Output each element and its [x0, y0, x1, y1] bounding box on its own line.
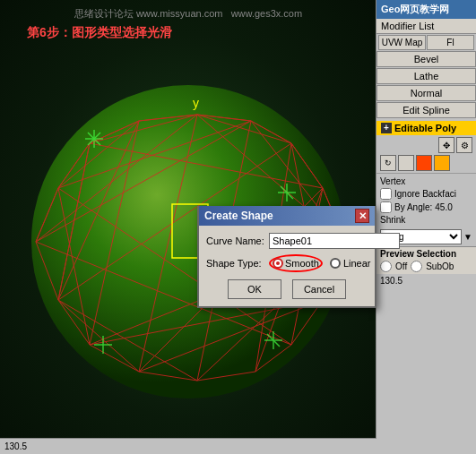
curve-name-input[interactable] [269, 233, 400, 249]
shape-type-label: Shape Type: [206, 258, 269, 269]
dialog-title: Create Shape [204, 210, 273, 222]
preview-title: Preview Selection [380, 249, 472, 259]
modifier-list-label: Modifier List [376, 19, 476, 34]
smooth-label[interactable]: Smooth [285, 258, 319, 269]
ignore-backfacing-row: Ignore Backfaci [380, 188, 472, 200]
preview-radio-row: Off SubOb [380, 261, 472, 272]
editable-poly-header: + Editable Poly [376, 121, 476, 135]
expand-icon: + [381, 123, 392, 133]
watermark: 思绪设计论坛 www.missyuan.com www.ges3x.com [74, 7, 302, 21]
ignore-backfacing-label: Ignore Backfaci [394, 189, 456, 199]
curve-name-row: Curve Name: [206, 233, 368, 249]
off-radio[interactable] [380, 261, 392, 272]
move-icon[interactable]: ✥ [438, 137, 454, 153]
dialog-body: Curve Name: Shape Type: Smooth [199, 226, 375, 306]
smooth-option-highlight: Smooth [269, 254, 323, 272]
linear-option[interactable]: Linear [330, 258, 371, 269]
by-angle-checkbox[interactable] [380, 201, 392, 213]
shrink-label: Shrink [380, 215, 472, 225]
ring-arrow: ▼ [463, 232, 472, 242]
ok-button[interactable]: OK [228, 279, 281, 299]
bottom-coord: 130.5 [376, 274, 476, 287]
icon-row: ✥ ⚙ [380, 137, 472, 153]
linear-text: Linear [343, 258, 371, 269]
smooth-radio-indicator [273, 258, 283, 269]
vertex-section: Vertex Ignore Backfaci By Angle: 45.0 Sh… [376, 173, 476, 227]
by-angle-label: By Angle: [394, 202, 432, 212]
rotate-icon[interactable]: ↻ [380, 155, 396, 171]
color-swatch-orange[interactable] [434, 155, 450, 171]
step-instruction: 第6步：图形类型选择光滑 [27, 25, 172, 41]
modifier-btn-row-1: UVW Map Fl [378, 35, 474, 50]
by-angle-value: 45.0 [435, 202, 452, 212]
shape-type-row: Shape Type: Smooth Linear [206, 254, 368, 272]
off-label: Off [395, 261, 407, 271]
by-angle-row: By Angle: 45.0 [380, 201, 472, 213]
editable-poly-label: Editable Poly [394, 123, 456, 133]
color-swatch-1[interactable] [398, 155, 414, 171]
color-icon-row: ↻ [380, 155, 472, 171]
coordinate-bar: 130.5 [0, 438, 376, 454]
shape-type-radio-group: Smooth Linear [269, 254, 371, 272]
dialog-titlebar[interactable]: Create Shape ✕ [199, 206, 375, 226]
dialog-close-button[interactable]: ✕ [355, 209, 369, 223]
cancel-button[interactable]: Cancel [292, 279, 346, 299]
bevel-button[interactable]: Bevel [376, 51, 476, 67]
smooth-text: Smooth [285, 258, 319, 269]
vertex-label: Vertex [380, 176, 472, 186]
coord-value: 130.5 [4, 441, 27, 451]
uvw-map-button[interactable]: UVW Map [378, 35, 426, 50]
subob-radio[interactable] [411, 261, 422, 272]
curve-name-label: Curve Name: [206, 236, 269, 246]
svg-text:y: y [193, 96, 199, 110]
preview-selection-section: Preview Selection Off SubOb [376, 246, 476, 274]
right-panel: Geo网页教学网 Modifier List UVW Map Fl Bevel … [376, 0, 476, 454]
edit-spline-button[interactable]: Edit Spline [376, 102, 476, 118]
settings-icon[interactable]: ⚙ [456, 137, 472, 153]
panel-header: Geo网页教学网 [376, 0, 476, 19]
normal-button[interactable]: Normal [376, 85, 476, 101]
dialog-buttons: OK Cancel [206, 279, 368, 299]
create-shape-dialog[interactable]: Create Shape ✕ Curve Name: Shape Type: S… [197, 206, 376, 308]
ignore-backfacing-checkbox[interactable] [380, 188, 392, 200]
linear-radio-indicator [330, 258, 341, 269]
fl-button[interactable]: Fl [427, 35, 474, 50]
subob-label: SubOb [426, 261, 454, 271]
lathe-button[interactable]: Lathe [376, 68, 476, 84]
color-swatch-red[interactable] [416, 155, 432, 171]
